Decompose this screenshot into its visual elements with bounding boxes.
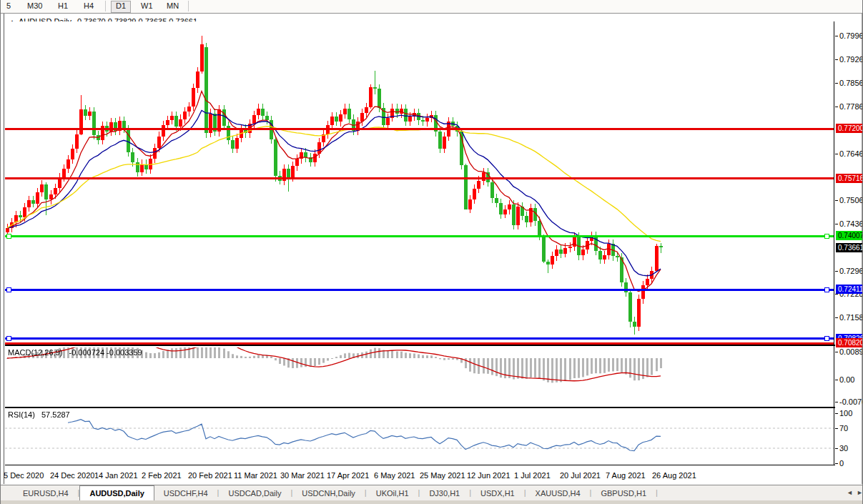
macd-tick-label: 0.00 xyxy=(839,375,854,384)
date-label: 5 Dec 2020 xyxy=(4,471,44,480)
tab-usdcad-daily[interactable]: USDCAD,Daily xyxy=(219,486,290,501)
price-tick-mark xyxy=(835,317,838,318)
tab-usdcnh-daily[interactable]: USDCNH,Daily xyxy=(292,486,365,501)
rsi-tick-mark xyxy=(835,428,838,429)
date-label: 17 Apr 2021 xyxy=(327,471,369,480)
date-label: 30 Mar 2021 xyxy=(280,471,325,480)
tab-separator: | xyxy=(656,485,658,500)
price-line-badge[interactable]: 0.77200 xyxy=(836,124,863,133)
timeframe-button-5[interactable]: 5 xyxy=(2,1,15,11)
price-tick-mark xyxy=(835,83,838,84)
timeframe-button-m30[interactable]: M30 xyxy=(23,1,46,11)
date-label: 24 Dec 2020 xyxy=(50,471,94,480)
price-tick-label: 0.72960 xyxy=(839,267,863,275)
current-price-badge: 0.73661 xyxy=(836,243,863,252)
chart-canvas[interactable] xyxy=(5,21,835,466)
tab-gbpusd-h1[interactable]: GBPUSD,H1 xyxy=(591,486,656,501)
rsi-label: RSI(14) xyxy=(8,410,35,419)
price-tick-label: 0.75060 xyxy=(839,196,863,204)
rsi-tick-mark xyxy=(835,463,838,464)
price-tick-label: 0.74360 xyxy=(839,219,863,228)
tab-scroll-right-icon[interactable]: ► xyxy=(857,489,863,496)
timeframe-button-h1[interactable]: H1 xyxy=(54,1,72,11)
price-tick-label: 0.76460 xyxy=(839,149,863,158)
timeframe-button-w1[interactable]: W1 xyxy=(137,1,157,11)
macd-values: -0.000724 -0.003359 xyxy=(69,348,142,357)
price-tick-label: 0.79960 xyxy=(839,31,863,40)
macd-header: MACD(12,26,9) -0.000724 -0.003359 xyxy=(8,348,142,357)
date-label: 7 Aug 2021 xyxy=(606,471,646,480)
price-line-badge[interactable]: 0.74007 xyxy=(836,231,863,240)
price-tick-mark xyxy=(835,200,838,201)
macd-label: MACD(12,26,9) xyxy=(8,348,62,357)
tab-usdchf-h4[interactable]: USDCHF,H4 xyxy=(154,486,217,501)
tab-dj30-h1[interactable]: DJ30,H1 xyxy=(420,486,469,501)
status-strip xyxy=(1,500,863,504)
date-label: 6 May 2021 xyxy=(374,471,415,480)
date-label: 11 Mar 2021 xyxy=(234,471,277,480)
price-tick-label: 0.77860 xyxy=(839,102,863,111)
rsi-header: RSI(14) 57.5287 xyxy=(8,410,70,419)
price-line-badge[interactable]: 0.75716 xyxy=(836,174,863,183)
rsi-tick-mark xyxy=(835,448,838,449)
price-tick-mark xyxy=(835,154,838,154)
price-tick-mark xyxy=(835,59,838,60)
date-label: 2 Feb 2021 xyxy=(142,471,182,480)
date-label: 1 Jul 2021 xyxy=(514,471,551,480)
macd-tick-mark xyxy=(835,352,838,352)
rsi-value: 57.5287 xyxy=(41,410,70,419)
rsi-tick-label: 100 xyxy=(839,409,852,417)
price-tick-label: 0.78560 xyxy=(839,79,863,87)
price-tick-mark xyxy=(835,224,838,224)
price-tick-mark xyxy=(835,294,838,295)
timeframe-button-mn[interactable]: MN xyxy=(162,1,183,11)
price-tick-mark xyxy=(835,107,838,107)
price-tick-mark xyxy=(835,36,838,36)
mt4-terminal: { "toolbar": { "timeframes": [ {"label":… xyxy=(0,0,863,504)
date-label: 14 Jan 2021 xyxy=(94,471,138,480)
price-tick-label: 0.79260 xyxy=(839,55,863,64)
tab-scroll-left-icon[interactable]: ◄ xyxy=(847,489,853,496)
date-label: 26 Aug 2021 xyxy=(652,471,696,480)
macd-tick-label: -0.007011 xyxy=(839,397,863,406)
chart-tab-bar: EURUSD,H4|AUDUSD,DailyUSDCHF,H4|USDCAD,D… xyxy=(1,485,863,500)
tab-audusd-daily[interactable]: AUDUSD,Daily xyxy=(79,485,154,501)
tab-usdx-h1[interactable]: USDX,H1 xyxy=(471,486,524,501)
timeframe-button-h4[interactable]: H4 xyxy=(79,1,98,11)
toolbar-separator xyxy=(188,1,189,11)
price-line-badge[interactable]: 0.70820 xyxy=(836,338,863,347)
timeframe-button-d1[interactable]: D1 xyxy=(111,1,131,13)
tab-xauusd-h4[interactable]: XAUUSD,H4 xyxy=(526,486,590,501)
date-label: 20 Jul 2021 xyxy=(560,471,601,480)
timeframe-toolbar: 5M30H1H4D1W1MN xyxy=(1,0,863,14)
tab-eurusd-h4[interactable]: EURUSD,H4 xyxy=(14,486,78,501)
rsi-tick-label: 70 xyxy=(839,424,848,433)
price-tick-label: 0.71580 xyxy=(839,313,863,322)
macd-tick-mark xyxy=(835,402,838,402)
price-tick-mark xyxy=(835,271,838,272)
date-label: 20 Feb 2021 xyxy=(188,471,232,480)
rsi-tick-label: 0 xyxy=(839,459,844,468)
date-label: 12 Jun 2021 xyxy=(467,471,511,480)
date-label: 25 May 2021 xyxy=(420,471,465,480)
tab-ukoil-h1[interactable]: UKOil,H1 xyxy=(367,486,418,501)
macd-tick-label: 0.008904 xyxy=(839,347,863,356)
macd-tick-mark xyxy=(835,380,838,380)
rsi-tick-mark xyxy=(835,413,838,414)
tab-left-pad xyxy=(1,495,14,496)
price-line-badge[interactable]: 0.72411 xyxy=(836,285,863,294)
rsi-tick-label: 30 xyxy=(839,444,848,453)
toolbar-separator xyxy=(105,1,106,11)
